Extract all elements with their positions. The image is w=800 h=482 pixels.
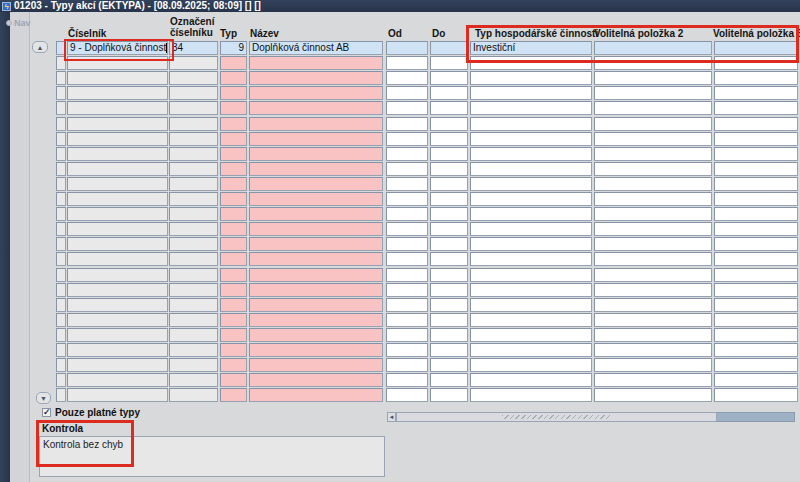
grid-cell-typ_hosp-row20[interactable]: [470, 343, 592, 357]
grid-cell-oznaceni-row14[interactable]: [169, 252, 218, 266]
grid-cell-sel-row4[interactable]: [56, 101, 66, 115]
grid-cell-nazev-row18[interactable]: [249, 313, 383, 327]
grid-cell-sel-row17[interactable]: [56, 298, 66, 312]
grid-cell-ciselnik-row20[interactable]: [67, 343, 168, 357]
grid-cell-od-row19[interactable]: [386, 328, 428, 342]
grid-cell-typ_hosp-row16[interactable]: [470, 283, 592, 297]
grid-cell-vol2-row19[interactable]: [594, 328, 712, 342]
grid-cell-ciselnik-row16[interactable]: [67, 283, 168, 297]
grid-cell-oznaceni-row7[interactable]: [169, 147, 218, 161]
grid-cell-nazev-row20[interactable]: [249, 343, 383, 357]
grid-cell-typ-row6[interactable]: [220, 132, 247, 146]
grid-cell-nazev-row10[interactable]: [249, 192, 383, 206]
hscroll-left-button[interactable]: ◄: [387, 412, 396, 422]
grid-cell-nazev-row3[interactable]: [249, 86, 383, 100]
grid-cell-typ-row13[interactable]: [220, 237, 247, 251]
grid-cell-do-row6[interactable]: [430, 132, 468, 146]
grid-cell-oznaceni-row18[interactable]: [169, 313, 218, 327]
grid-cell-do-row11[interactable]: [430, 207, 468, 221]
grid-cell-vol2-row2[interactable]: [594, 71, 712, 85]
grid-cell-vol2-row11[interactable]: [594, 207, 712, 221]
grid-cell-ciselnik-row14[interactable]: [67, 252, 168, 266]
sidebar-item-nav[interactable]: Nav: [6, 18, 31, 28]
grid-cell-oznaceni-row3[interactable]: [169, 86, 218, 100]
grid-cell-ciselnik-row23[interactable]: [67, 388, 168, 402]
grid-cell-vol3-row14[interactable]: [714, 252, 798, 266]
grid-cell-vol3-row4[interactable]: [714, 101, 798, 115]
grid-cell-do-row22[interactable]: [430, 373, 468, 387]
checkbox-checked-icon[interactable]: ✓: [42, 408, 51, 417]
grid-cell-do-row15[interactable]: [430, 268, 468, 282]
grid-cell-oznaceni-row2[interactable]: [169, 71, 218, 85]
grid-cell-do-row9[interactable]: [430, 177, 468, 191]
grid-cell-nazev-row8[interactable]: [249, 162, 383, 176]
grid-cell-ciselnik-row13[interactable]: [67, 237, 168, 251]
grid-cell-sel-row9[interactable]: [56, 177, 66, 191]
grid-cell-typ-row14[interactable]: [220, 252, 247, 266]
grid-cell-oznaceni-row17[interactable]: [169, 298, 218, 312]
grid-cell-ciselnik-row4[interactable]: [67, 101, 168, 115]
grid-cell-vol3-row1[interactable]: [714, 56, 798, 70]
grid-cell-ciselnik-row18[interactable]: [67, 313, 168, 327]
grid-cell-nazev-row14[interactable]: [249, 252, 383, 266]
grid-cell-sel-row15[interactable]: [56, 268, 66, 282]
grid-cell-od-row14[interactable]: [386, 252, 428, 266]
grid-cell-typ-row9[interactable]: [220, 177, 247, 191]
grid-cell-vol2-row23[interactable]: [594, 388, 712, 402]
grid-cell-oznaceni-row5[interactable]: [169, 117, 218, 131]
grid-cell-ciselnik-row3[interactable]: [67, 86, 168, 100]
grid-cell-typ-row8[interactable]: [220, 162, 247, 176]
grid-cell-ciselnik-row22[interactable]: [67, 373, 168, 387]
scroll-down-button[interactable]: ▼: [36, 392, 51, 404]
grid-cell-typ_hosp-row21[interactable]: [470, 358, 592, 372]
grid-cell-typ-row3[interactable]: [220, 86, 247, 100]
grid-cell-vol3-row10[interactable]: [714, 192, 798, 206]
grid-cell-vol2-row18[interactable]: [594, 313, 712, 327]
grid-cell-vol3-row15[interactable]: [714, 268, 798, 282]
grid-cell-typ_hosp-row2[interactable]: [470, 71, 592, 85]
grid-cell-do-row2[interactable]: [430, 71, 468, 85]
grid-cell-oznaceni-row0[interactable]: 34: [169, 41, 218, 55]
grid-cell-sel-row14[interactable]: [56, 252, 66, 266]
grid-cell-typ_hosp-row13[interactable]: [470, 237, 592, 251]
grid-cell-do-row23[interactable]: [430, 388, 468, 402]
grid-cell-typ_hosp-row4[interactable]: [470, 101, 592, 115]
grid-cell-vol2-row3[interactable]: [594, 86, 712, 100]
grid-cell-typ_hosp-row3[interactable]: [470, 86, 592, 100]
grid-cell-typ_hosp-row7[interactable]: [470, 147, 592, 161]
grid-cell-typ_hosp-row15[interactable]: [470, 268, 592, 282]
grid-cell-nazev-row21[interactable]: [249, 358, 383, 372]
grid-cell-nazev-row15[interactable]: [249, 268, 383, 282]
grid-cell-od-row11[interactable]: [386, 207, 428, 221]
grid-cell-do-row18[interactable]: [430, 313, 468, 327]
grid-cell-od-row7[interactable]: [386, 147, 428, 161]
grid-cell-do-row3[interactable]: [430, 86, 468, 100]
grid-cell-do-row7[interactable]: [430, 147, 468, 161]
grid-cell-vol2-row22[interactable]: [594, 373, 712, 387]
grid-cell-do-row13[interactable]: [430, 237, 468, 251]
grid-cell-vol3-row5[interactable]: [714, 117, 798, 131]
grid-cell-typ-row18[interactable]: [220, 313, 247, 327]
grid-cell-od-row2[interactable]: [386, 71, 428, 85]
grid-cell-oznaceni-row13[interactable]: [169, 237, 218, 251]
grid-cell-od-row15[interactable]: [386, 268, 428, 282]
grid-cell-od-row23[interactable]: [386, 388, 428, 402]
grid-cell-vol3-row9[interactable]: [714, 177, 798, 191]
grid-cell-nazev-row1[interactable]: [249, 56, 383, 70]
grid-cell-typ-row0[interactable]: 9: [220, 41, 247, 55]
grid-cell-oznaceni-row4[interactable]: [169, 101, 218, 115]
grid-cell-oznaceni-row12[interactable]: [169, 222, 218, 236]
grid-cell-vol2-row14[interactable]: [594, 252, 712, 266]
grid-cell-do-row4[interactable]: [430, 101, 468, 115]
grid-cell-od-row3[interactable]: [386, 86, 428, 100]
grid-cell-oznaceni-row9[interactable]: [169, 177, 218, 191]
grid-cell-sel-row6[interactable]: [56, 132, 66, 146]
grid-cell-sel-row12[interactable]: [56, 222, 66, 236]
grid-cell-sel-row19[interactable]: [56, 328, 66, 342]
grid-cell-vol2-row8[interactable]: [594, 162, 712, 176]
grid-cell-nazev-row0[interactable]: Doplňková činnost AB: [249, 41, 383, 55]
grid-cell-od-row6[interactable]: [386, 132, 428, 146]
grid-cell-typ_hosp-row17[interactable]: [470, 298, 592, 312]
grid-cell-oznaceni-row11[interactable]: [169, 207, 218, 221]
grid-cell-vol3-row6[interactable]: [714, 132, 798, 146]
